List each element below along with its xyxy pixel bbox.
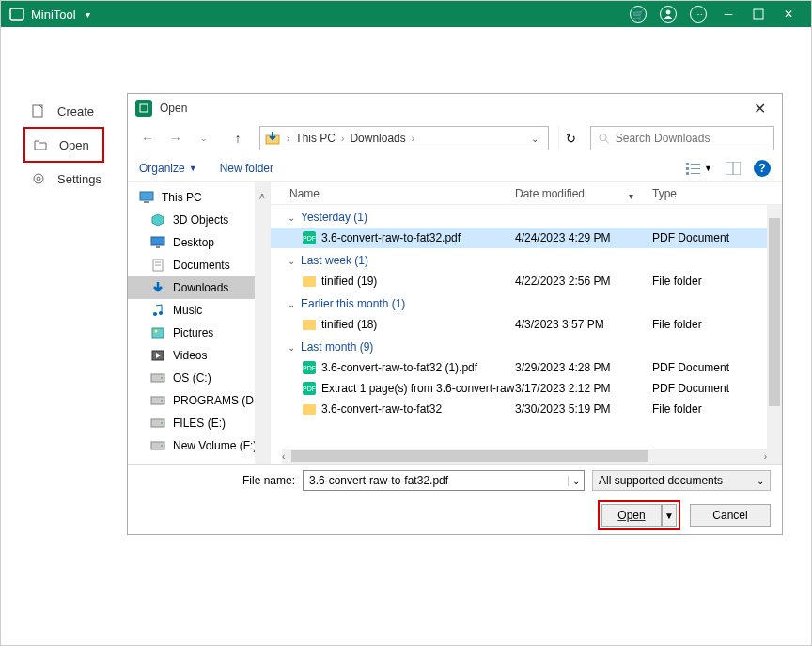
- filename-input-wrap[interactable]: ⌄: [303, 470, 585, 491]
- svg-rect-2: [754, 9, 763, 19]
- chevron-right-icon: ›: [285, 134, 291, 144]
- desktop-icon: [150, 235, 165, 250]
- breadcrumb-address-bar[interactable]: › This PC › Downloads › ⌄: [259, 126, 549, 150]
- file-date: 4/3/2023 3:57 PM: [515, 318, 652, 331]
- svg-point-5: [37, 177, 40, 181]
- tree-item-programs-d-[interactable]: PROGRAMS (D:): [128, 389, 270, 412]
- view-mode-button[interactable]: ▼: [686, 162, 712, 175]
- search-icon: [599, 133, 610, 145]
- settings-gear-icon: [31, 171, 46, 186]
- file-row[interactable]: PDFExtract 1 page(s) from 3.6-convert-ra…: [271, 378, 767, 399]
- preview-pane-button[interactable]: [726, 162, 741, 175]
- organize-button[interactable]: Organize ▼: [139, 162, 197, 175]
- tree-item-files-e-[interactable]: FILES (E:): [128, 412, 270, 434]
- tree-item-new-volume-f-[interactable]: New Volume (F:): [128, 434, 270, 457]
- file-row[interactable]: PDF3.6-convert-raw-to-fat32 (1).pdf3/29/…: [271, 357, 767, 378]
- list-vertical-scrollbar[interactable]: [767, 205, 782, 449]
- pic-icon: [150, 325, 165, 340]
- filename-input[interactable]: [304, 474, 568, 487]
- group-header[interactable]: ⌄Earlier this month (1): [271, 291, 767, 314]
- account-icon[interactable]: [653, 1, 683, 27]
- svg-rect-10: [686, 163, 689, 165]
- chevron-down-icon: ▼: [189, 164, 197, 173]
- file-row[interactable]: tinified (19)4/22/2023 2:56 PMFile folde…: [271, 271, 767, 291]
- nav-back-button[interactable]: ←: [135, 126, 160, 150]
- tree-scrollbar[interactable]: ʌ: [255, 182, 270, 464]
- close-app-button[interactable]: ✕: [773, 1, 804, 27]
- tree-item-this-pc[interactable]: This PC: [128, 186, 270, 209]
- file-type: File folder: [652, 275, 767, 288]
- list-horizontal-scrollbar[interactable]: ‹›: [282, 449, 782, 464]
- tree-item-label: 3D Objects: [173, 213, 228, 227]
- tree-item-desktop[interactable]: Desktop: [128, 231, 270, 254]
- file-type: PDF Document: [652, 382, 767, 395]
- file-type: File folder: [652, 318, 767, 331]
- search-box[interactable]: [590, 126, 774, 150]
- search-input[interactable]: [616, 132, 766, 145]
- dialog-close-button[interactable]: ✕: [744, 100, 774, 118]
- create-icon: [31, 103, 46, 118]
- open-button-dropdown[interactable]: ▼: [662, 504, 677, 527]
- open-button-highlight: Open ▼: [598, 500, 680, 530]
- breadcrumb-dropdown-icon[interactable]: ⌄: [525, 134, 544, 144]
- drive-icon: [150, 438, 165, 453]
- sidebar-item-open[interactable]: Open: [23, 127, 104, 163]
- file-row[interactable]: 3.6-convert-raw-to-fat323/30/2023 5:19 P…: [271, 399, 767, 419]
- nav-forward-button[interactable]: →: [164, 126, 188, 150]
- file-type: File folder: [652, 402, 767, 416]
- filename-dropdown-icon[interactable]: ⌄: [568, 476, 584, 486]
- navigation-row: ← → ⌄ ↑ › This PC › Downloads › ⌄ ↻: [128, 122, 782, 154]
- col-type[interactable]: Type: [652, 187, 782, 200]
- maximize-button[interactable]: [743, 1, 773, 27]
- dialog-app-icon: [135, 100, 152, 117]
- group-label: Yesterday (1): [301, 211, 367, 224]
- help-icon[interactable]: ?: [754, 160, 771, 177]
- column-headers[interactable]: Name Date modified Type: [271, 182, 782, 205]
- tree-item-videos[interactable]: Videos: [128, 344, 270, 367]
- col-date-modified[interactable]: Date modified: [515, 187, 652, 200]
- sidebar-item-create[interactable]: Create: [1, 93, 123, 129]
- breadcrumb-this-pc[interactable]: This PC: [291, 132, 339, 145]
- app-title: MiniTool: [31, 8, 76, 22]
- downloads-folder-icon: [264, 130, 281, 147]
- col-name[interactable]: Name: [271, 187, 515, 200]
- file-row[interactable]: tinified (18)4/3/2023 3:57 PMFile folder: [271, 314, 767, 335]
- group-header[interactable]: ⌄Last month (9): [271, 335, 767, 357]
- store-icon[interactable]: 🛒: [623, 1, 653, 27]
- tree-item-documents[interactable]: Documents: [128, 254, 270, 276]
- tree-item-label: This PC: [162, 191, 202, 204]
- refresh-button[interactable]: ↻: [558, 126, 583, 150]
- file-type-filter[interactable]: All supported documents ⌄: [592, 470, 771, 491]
- svg-rect-20: [151, 237, 164, 245]
- chevron-down-icon: ⌄: [288, 256, 295, 266]
- cancel-button[interactable]: Cancel: [690, 504, 771, 527]
- chevron-down-icon: ⌄: [288, 299, 295, 309]
- svg-rect-18: [140, 192, 153, 200]
- breadcrumb-downloads[interactable]: Downloads: [346, 132, 409, 145]
- nav-up-button[interactable]: ↑: [226, 126, 250, 150]
- pdf-icon: PDF: [303, 361, 316, 374]
- dialog-body: This PC3D ObjectsDesktopDocumentsDownloa…: [128, 182, 782, 465]
- sidebar: Create Open Settings: [1, 27, 123, 197]
- sidebar-item-settings[interactable]: Settings: [1, 161, 123, 197]
- app-menu-dropdown-icon[interactable]: ▾: [86, 9, 90, 20]
- open-button[interactable]: Open: [601, 504, 662, 527]
- tree-item-os-c-[interactable]: OS (C:): [128, 367, 270, 389]
- chat-icon[interactable]: ⋯: [683, 1, 713, 27]
- group-header[interactable]: ⌄Yesterday (1): [271, 205, 767, 228]
- folder-icon: [303, 275, 316, 288]
- sidebar-item-label: Create: [57, 104, 94, 118]
- tree-item-3d-objects[interactable]: 3D Objects: [128, 209, 270, 231]
- dialog-titlebar: Open ✕: [128, 94, 782, 122]
- minimize-button[interactable]: ─: [713, 1, 743, 27]
- nav-recent-dropdown[interactable]: ⌄: [192, 126, 216, 150]
- tree-item-music[interactable]: Music: [128, 299, 270, 322]
- chevron-right-icon: ›: [410, 134, 416, 144]
- group-header[interactable]: ⌄Last week (1): [271, 248, 767, 271]
- tree-item-downloads[interactable]: Downloads: [128, 276, 270, 299]
- svg-rect-27: [152, 328, 164, 338]
- file-row[interactable]: PDF3.6-convert-raw-to-fat32.pdf4/24/2023…: [271, 228, 767, 248]
- new-folder-button[interactable]: New folder: [220, 162, 273, 175]
- tree-item-label: Music: [173, 304, 202, 317]
- tree-item-pictures[interactable]: Pictures: [128, 322, 270, 344]
